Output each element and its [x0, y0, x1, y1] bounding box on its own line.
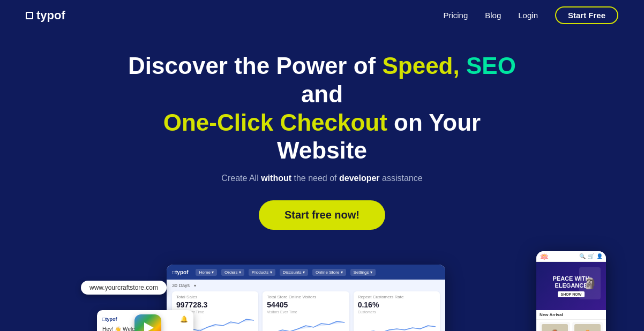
- hero-subtitle-bold2: developer: [339, 174, 380, 183]
- dashboard-body: 30 Days ▾ Total Sales 997728.3 Sales Ove…: [167, 280, 445, 331]
- dashboard-filter-label: 30 Days: [172, 283, 190, 288]
- mobile-banner: 🗿 PEACE WITH ELEGANCE SHOP NOW: [536, 262, 606, 310]
- logo-text: typof: [36, 9, 65, 22]
- hero-section: Discover the Power of Speed, SEO and One…: [0, 31, 644, 251]
- dash-nav-discounts: Discounts ▾: [280, 269, 308, 276]
- nav: Pricing Blog Login Start Free: [443, 6, 618, 24]
- notif-logo: □typof: [102, 317, 117, 322]
- url-text: www.yourcraftstore.com: [89, 284, 158, 291]
- hero-subtitle: Create All without the need of developer…: [26, 174, 618, 183]
- hero-title-checkout: One-Click Checkout: [163, 109, 387, 136]
- stat-repeat-customers: Repeat Customers Rate 0.16% Customers: [354, 291, 440, 331]
- url-bar: www.yourcraftstore.com: [81, 281, 167, 295]
- dash-nav-orders: Orders ▾: [221, 269, 244, 276]
- stat-customers-sub: Customers: [358, 310, 436, 314]
- mobile-product-2: ⚱️ Handmade Vase $ 3,321.00: [572, 322, 603, 331]
- hero-title-and: and: [301, 81, 343, 107]
- play-store-badge[interactable]: [134, 314, 161, 331]
- hero-title: Discover the Power of Speed, SEO and One…: [118, 52, 526, 165]
- hero-title-part1: Discover the Power of: [128, 52, 382, 79]
- notif-bell-icon: 🔔: [180, 315, 188, 323]
- stat-online-visitors: Total Store Online Visitors 54405 Visito…: [263, 291, 349, 331]
- hero-title-speed: Speed,: [382, 52, 459, 79]
- mobile-user-icon: 👤: [596, 253, 603, 259]
- stat-visitors-chart: [267, 314, 345, 331]
- dashboard-stats: Total Sales 997728.3 Sales Over Time Tot…: [172, 291, 440, 331]
- start-free-button[interactable]: Start Free: [555, 6, 618, 24]
- mobile-logo-icon: 🪷: [540, 252, 549, 261]
- play-triangle-icon: [144, 322, 154, 331]
- dashboard-logo: □typof: [172, 269, 188, 275]
- stat-visitors-value: 54405: [267, 300, 345, 309]
- dashboard-filter-row: 30 Days ▾: [172, 283, 440, 288]
- logo-square-icon: [26, 12, 33, 19]
- mobile-banner-figure: 🗿: [579, 267, 601, 299]
- stat-sales-label: Total Sales: [176, 295, 254, 299]
- nav-pricing[interactable]: Pricing: [443, 11, 468, 20]
- stat-customers-value: 0.16%: [358, 300, 436, 309]
- stat-visitors-label: Total Store Online Visitors: [267, 295, 345, 299]
- dashboard-topbar: □typof Home ▾ Orders ▾ Products ▾ Discou…: [167, 265, 445, 280]
- stat-sales-value: 997728.3: [176, 300, 254, 309]
- hero-title-seo: SEO: [460, 52, 516, 79]
- stat-customers-chart: [358, 314, 436, 331]
- dashboard-card: □typof Home ▾ Orders ▾ Products ▾ Discou…: [167, 265, 445, 331]
- mobile-products: 🏺 Handmade Bottle $ 4,249.00 ⚱️ Handmade…: [536, 320, 606, 331]
- mobile-product-1: 🏺 Handmade Bottle $ 4,249.00: [540, 322, 570, 331]
- dash-nav-online-store: Online Store ▾: [312, 269, 346, 276]
- dash-nav-products: Products ▾: [249, 269, 275, 276]
- cta-button[interactable]: Start free now!: [259, 200, 385, 230]
- mobile-cart-icon: 🛒: [588, 253, 594, 259]
- hero-subtitle-bold1: without: [261, 174, 291, 183]
- nav-login[interactable]: Login: [518, 11, 538, 20]
- stat-customers-label: Repeat Customers Rate: [358, 295, 436, 299]
- screenshots-area: www.yourcraftstore.com □typof Home ▾ Ord…: [27, 251, 617, 331]
- nav-blog[interactable]: Blog: [485, 11, 501, 20]
- mobile-product-img-2: ⚱️: [574, 324, 601, 331]
- mobile-banner-emoji: 🗿: [583, 277, 597, 290]
- mobile-topbar: 🪷 🔍 🛒 👤: [536, 251, 606, 262]
- mobile-new-arrival-label: New Arrival: [536, 310, 606, 320]
- dash-nav-settings: Settings ▾: [350, 269, 376, 276]
- dashboard-filter-arrow: ▾: [194, 283, 196, 288]
- header: typof Pricing Blog Login Start Free: [0, 0, 644, 31]
- logo: typof: [26, 9, 65, 22]
- mobile-product-img-1: 🏺: [542, 324, 568, 331]
- mobile-mockup: 🪷 🔍 🛒 👤 🗿 PEACE WITH ELEGANCE SHOP NOW N…: [536, 251, 606, 331]
- stat-visitors-sub: Visitors Ever Time: [267, 310, 345, 314]
- mobile-search-icon: 🔍: [579, 253, 586, 259]
- dash-nav-home: Home ▾: [196, 269, 217, 276]
